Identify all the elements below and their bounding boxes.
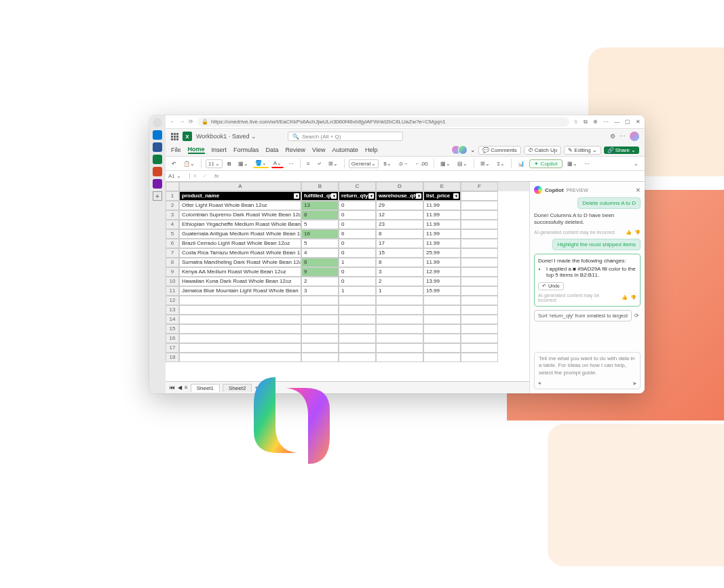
presence-more-icon[interactable]: ⌄ (470, 146, 476, 153)
table-row[interactable]: 10 Hawaiian Kona Dark Roast Whole Bean 1… (166, 277, 529, 286)
wrap-text-icon[interactable]: ⤶ (315, 160, 324, 168)
col-header[interactable]: F (461, 182, 498, 191)
font-size-input[interactable]: 11 ⌄ (206, 159, 223, 168)
table-row[interactable]: 6 Brazil Cerrado Light Roast Whole Bean … (166, 239, 529, 248)
align-middle-icon[interactable]: ≡ (305, 160, 312, 168)
table-row[interactable]: 7 Costa Rica Tarrazu Medium Roast Whole … (166, 248, 529, 258)
rail-outlook-icon[interactable] (153, 130, 162, 140)
prompt-guide-icon[interactable]: ✦ (537, 380, 542, 387)
tab-view[interactable]: View (312, 146, 325, 153)
ribbon-collapse-icon[interactable]: ⌄ (632, 160, 641, 168)
favorite-icon[interactable]: ☆ (573, 119, 578, 125)
addins-icon[interactable]: ▦⌄ (565, 160, 579, 168)
col-header[interactable]: C (339, 182, 376, 191)
select-all-corner[interactable] (166, 182, 179, 191)
table-row[interactable]: 9 Kenya AA Medium Roast Whole Bean 12oz … (166, 267, 529, 277)
tab-file[interactable]: File (171, 146, 181, 153)
fx-icon[interactable]: fx (210, 173, 223, 179)
nav-back-icon[interactable]: ← (170, 119, 175, 125)
thumbs-down-icon[interactable]: 👎 (630, 295, 636, 300)
tab-insert[interactable]: Insert (212, 146, 227, 153)
rail-avatar[interactable] (153, 118, 162, 128)
decimal-dec-icon[interactable]: .0→ (396, 160, 411, 168)
col-header[interactable]: A (179, 182, 301, 191)
editing-button[interactable]: ✎ Editing ⌄ (564, 146, 601, 155)
maximize-icon[interactable]: ▢ (625, 119, 630, 125)
table-row[interactable]: 8 Sumatra Mandheling Dark Roast Whole Be… (166, 258, 529, 267)
user-avatar[interactable] (630, 132, 639, 141)
send-icon[interactable]: ➤ (632, 380, 637, 387)
refresh-suggestions-icon[interactable]: ⟳ (634, 313, 639, 319)
rail-excel-icon[interactable] (153, 155, 162, 164)
thumbs-down-icon[interactable]: 👎 (634, 230, 641, 235)
presence-avatars[interactable] (454, 145, 468, 155)
copilot-close-icon[interactable]: ✕ (636, 187, 641, 193)
tab-formulas[interactable]: Formulas (233, 146, 259, 153)
rail-powerpoint-icon[interactable] (153, 167, 162, 176)
col-header[interactable]: B (301, 182, 339, 191)
document-name[interactable]: Workbook1 · Saved ⌄ (196, 133, 256, 140)
nav-refresh-icon[interactable]: ⟳ (189, 119, 193, 125)
number-format-select[interactable]: General ⌄ (349, 159, 379, 168)
analyze-icon[interactable]: 📊 (516, 160, 527, 168)
tab-data[interactable]: Data (266, 146, 279, 153)
extensions-icon[interactable]: ⧉ (584, 119, 588, 125)
conditional-format-icon[interactable]: ▦⌄ (438, 160, 453, 168)
search-input[interactable]: 🔍 Search (Alt + Q) (288, 132, 403, 141)
table-row[interactable]: 11 Jamaica Blue Mountain Light Roast Who… (166, 286, 529, 296)
copilot-ribbon-button[interactable]: ✦ Copilot (529, 159, 562, 168)
table-row[interactable]: 5 Guatemala Antigua Medium Roast Whole B… (166, 229, 529, 239)
sheet-nav-first-icon[interactable]: ⏮ (170, 385, 175, 391)
decimal-inc-icon[interactable]: ←.00 (413, 160, 430, 168)
font-color-icon[interactable]: A⌄ (271, 159, 284, 168)
sheet-tab-1[interactable]: Sheet1 (191, 384, 220, 392)
copilot-input[interactable]: Tell me what you want to do with data in… (534, 352, 641, 389)
rail-word-icon[interactable] (153, 142, 162, 152)
sheet-nav-prev-icon[interactable]: ◀ (178, 385, 182, 391)
undo-icon[interactable]: ↶ (170, 160, 178, 168)
currency-icon[interactable]: $⌄ (381, 160, 393, 168)
tab-home[interactable]: Home (188, 146, 205, 154)
tab-help[interactable]: Help (365, 146, 378, 153)
app-launcher-icon[interactable] (171, 133, 178, 140)
tab-automate[interactable]: Automate (332, 146, 358, 153)
cell-style-icon[interactable]: ▤⌄ (455, 160, 470, 168)
rail-add-icon[interactable]: + (153, 191, 162, 201)
insert-cells-icon[interactable]: ⊞⌄ (478, 160, 492, 168)
bold-icon[interactable]: B (225, 160, 233, 168)
col-header[interactable]: E (423, 182, 461, 191)
autosum-icon[interactable]: Σ⌄ (495, 160, 507, 168)
table-row[interactable]: 4 Ethiopian Yirgacheffe Medium Roast Who… (166, 220, 529, 229)
col-header[interactable]: D (376, 182, 423, 191)
fx-confirm-icon[interactable]: ✓ (200, 173, 210, 179)
nav-forward-icon[interactable]: → (179, 119, 185, 125)
name-box[interactable]: A1 ⌄ (166, 173, 190, 179)
address-bar[interactable]: 🔒 https://onedrive.live.com/w/t/EaCKkPs6… (197, 117, 569, 127)
minimize-icon[interactable]: — (614, 119, 620, 125)
thumbs-up-icon[interactable]: 👍 (622, 295, 628, 300)
settings-icon[interactable]: ⚙ (610, 133, 615, 140)
grid-rows[interactable]: 1 product_name▾ fulfilled_qty▾ return_qt… (166, 191, 529, 381)
suggestion-chip[interactable]: Sort 'return_qty' from smallest to large… (534, 310, 632, 321)
paste-icon[interactable]: 📋⌄ (181, 160, 197, 168)
tab-review[interactable]: Review (286, 146, 306, 153)
ribbon-more-icon[interactable]: ⋯ (582, 160, 592, 168)
fill-color-icon[interactable]: 🪣⌄ (253, 159, 269, 168)
thumbs-up-icon[interactable]: 👍 (626, 230, 632, 235)
rail-onenote-icon[interactable] (153, 179, 162, 189)
border-icon[interactable]: ▦⌄ (236, 160, 250, 168)
catchup-button[interactable]: ⏱ Catch Up (524, 146, 561, 155)
undo-button[interactable]: ↶ Undo (538, 282, 564, 290)
more-font-icon[interactable]: ⋯ (286, 160, 296, 168)
overflow-icon[interactable]: ⋯ (620, 133, 626, 140)
share-button[interactable]: 🔗 Share ⌄ (604, 146, 639, 154)
table-row[interactable]: 2 Otter Light Roast Whole Bean 12oz 13 0… (166, 201, 529, 210)
comments-button[interactable]: 💬 Comments (478, 146, 521, 155)
close-icon[interactable]: ✕ (636, 119, 641, 125)
fx-cancel-icon[interactable]: ✕ (190, 173, 200, 179)
collections-icon[interactable]: ⊕ (593, 119, 598, 125)
sheet-list-icon[interactable]: ≡ (185, 385, 188, 391)
more-icon[interactable]: ⋯ (603, 119, 609, 125)
merge-icon[interactable]: ⊞⌄ (326, 160, 340, 168)
table-row[interactable]: 3 Colombian Supremo Dark Roast Whole Bea… (166, 210, 529, 220)
